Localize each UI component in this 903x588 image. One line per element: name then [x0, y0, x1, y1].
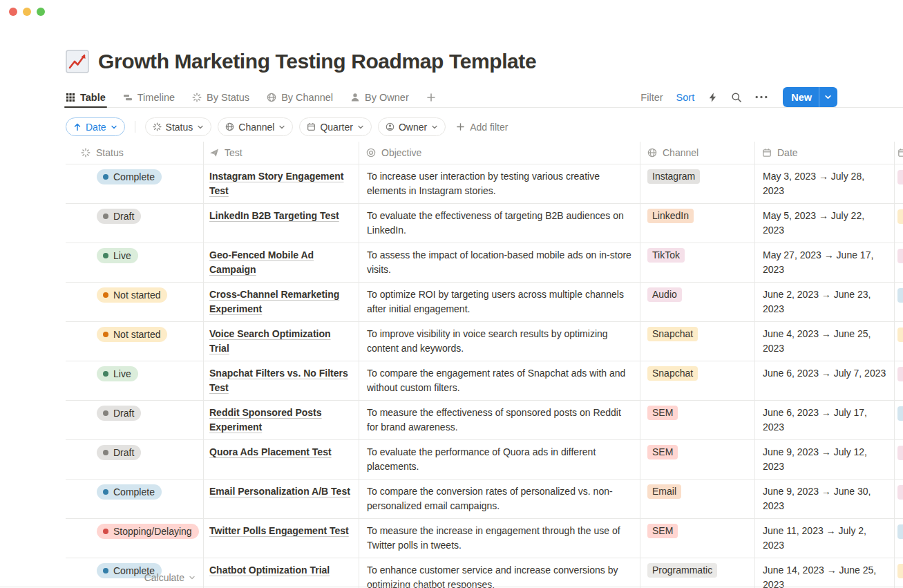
status-cell[interactable]: Draft	[66, 440, 204, 479]
table-row[interactable]: Draft Reddit Sponsored Posts Experiment …	[66, 401, 903, 440]
test-title-link[interactable]: LinkedIn B2B Targeting Test	[209, 210, 339, 221]
objective-cell[interactable]: To compare the conversion rates of perso…	[359, 480, 640, 518]
tab-by-status[interactable]: By Status	[192, 87, 249, 107]
quarter-cell-cutoff[interactable]	[895, 440, 903, 479]
tab-by-owner[interactable]: By Owner	[350, 87, 409, 107]
quarter-cell-cutoff[interactable]	[895, 283, 903, 321]
sort-button[interactable]: Sort	[676, 92, 695, 103]
test-title-link[interactable]: Quora Ads Placement Test	[209, 446, 332, 457]
channel-cell[interactable]: Snapchat	[640, 361, 755, 400]
test-cell[interactable]: Instagram Story Engagement Test	[204, 164, 359, 203]
column-header-channel[interactable]: Date Channel	[640, 142, 755, 164]
status-badge[interactable]: Live	[97, 248, 138, 263]
channel-cell[interactable]: Instagram	[640, 164, 755, 203]
status-cell[interactable]: Complete	[66, 164, 204, 203]
objective-cell[interactable]: To improve visibility in voice search re…	[359, 322, 640, 361]
test-cell[interactable]: Voice Search Optimization Trial	[204, 322, 359, 361]
test-cell[interactable]: Cross-Channel Remarketing Experiment	[204, 283, 359, 321]
column-header-date[interactable]: Date	[755, 142, 895, 164]
new-dropdown-button[interactable]	[819, 93, 837, 101]
column-header-test[interactable]: Test	[204, 142, 359, 164]
lightning-button[interactable]	[707, 92, 718, 103]
quarter-cell-cutoff[interactable]	[895, 322, 903, 361]
window-minimize-button[interactable]	[23, 8, 31, 16]
tab-timeline[interactable]: Timeline	[123, 87, 175, 107]
status-badge[interactable]: Live	[97, 366, 138, 381]
status-badge[interactable]: Not started	[97, 287, 167, 303]
quarter-cell-cutoff[interactable]	[895, 243, 903, 282]
column-header-objective[interactable]: Objective	[359, 142, 640, 164]
channel-tag[interactable]: SEM	[647, 524, 678, 538]
quarter-cell-cutoff[interactable]	[895, 519, 903, 558]
quarter-cell-cutoff[interactable]	[895, 401, 903, 439]
status-cell[interactable]: Not started	[66, 322, 204, 361]
test-cell[interactable]: Quora Ads Placement Test	[204, 440, 359, 479]
test-title-link[interactable]: Email Personalization A/B Test	[209, 486, 350, 497]
date-cell[interactable]: May 27, 2023 → June 17, 2023	[755, 243, 895, 282]
status-cell[interactable]: Draft	[66, 204, 204, 243]
status-badge[interactable]: Complete	[97, 484, 162, 500]
window-zoom-button[interactable]	[37, 8, 45, 16]
table-row[interactable]: Draft LinkedIn B2B Targeting Test To eva…	[66, 204, 903, 243]
channel-tag[interactable]: LinkedIn	[647, 209, 694, 223]
objective-cell[interactable]: To increase user interaction by testing …	[359, 164, 640, 203]
objective-cell[interactable]: To compare the engagement rates of Snapc…	[359, 361, 640, 400]
date-cell[interactable]: June 11, 2023 → July 2, 2023	[755, 519, 895, 558]
table-row[interactable]: Live Snapchat Filters vs. No Filters Tes…	[66, 361, 903, 401]
objective-cell[interactable]: To evaluate the performance of Quora ads…	[359, 440, 640, 479]
status-cell[interactable]: Complete	[66, 480, 204, 518]
channel-cell[interactable]: SEM	[640, 519, 755, 558]
window-close-button[interactable]	[9, 8, 17, 16]
channel-tag[interactable]: TikTok	[647, 248, 685, 263]
new-button[interactable]: New	[783, 87, 837, 107]
test-title-link[interactable]: Twitter Polls Engagement Test	[209, 525, 349, 536]
channel-tag[interactable]: Snapchat	[647, 366, 698, 381]
test-title-link[interactable]: Geo-Fenced Mobile Ad Campaign	[209, 249, 314, 275]
table-row[interactable]: Not started Voice Search Optimization Tr…	[66, 322, 903, 361]
date-cell[interactable]: May 5, 2023 → July 22, 2023	[755, 204, 895, 243]
status-badge[interactable]: Stopping/Delaying	[97, 524, 199, 539]
add-view-button[interactable]	[426, 87, 436, 107]
channel-cell[interactable]: SEM	[640, 401, 755, 439]
filter-chip-owner[interactable]: Owner	[378, 117, 446, 136]
test-cell[interactable]: Email Personalization A/B Test	[204, 480, 359, 518]
date-cell[interactable]: May 3, 2023 → July 28, 2023	[755, 164, 895, 203]
channel-cell[interactable]: Snapchat	[640, 322, 755, 361]
quarter-cell-cutoff[interactable]	[895, 480, 903, 518]
table-row[interactable]: Complete Instagram Story Engagement Test…	[66, 164, 903, 204]
objective-cell[interactable]: To evaluate the effectiveness of targeti…	[359, 204, 640, 243]
status-cell[interactable]: Stopping/Delaying	[66, 519, 204, 558]
sort-chip-date[interactable]: Date	[66, 117, 125, 136]
add-filter-button[interactable]: Add filter	[456, 122, 508, 133]
status-badge[interactable]: Complete	[97, 169, 162, 184]
status-badge[interactable]: Draft	[97, 209, 141, 224]
test-title-link[interactable]: Cross-Channel Remarketing Experiment	[209, 289, 339, 314]
test-cell[interactable]: LinkedIn B2B Targeting Test	[204, 204, 359, 243]
status-cell[interactable]: Live	[66, 243, 204, 282]
status-badge[interactable]: Not started	[97, 327, 167, 342]
table-row[interactable]: Draft Quora Ads Placement Test To evalua…	[66, 440, 903, 480]
test-title-link[interactable]: Instagram Story Engagement Test	[209, 171, 344, 196]
date-cell[interactable]: June 4, 2023 → June 25, 2023	[755, 322, 895, 361]
quarter-cell-cutoff[interactable]	[895, 361, 903, 400]
table-row[interactable]: Stopping/Delaying Twitter Polls Engageme…	[66, 519, 903, 558]
channel-cell[interactable]: SEM	[640, 440, 755, 479]
objective-cell[interactable]: To measure the increase in engagement th…	[359, 519, 640, 558]
test-cell[interactable]: Geo-Fenced Mobile Ad Campaign	[204, 243, 359, 282]
channel-tag[interactable]: Audio	[647, 287, 682, 302]
status-cell[interactable]: Live	[66, 361, 204, 400]
filter-button[interactable]: Filter	[640, 92, 663, 103]
column-header-quarter-cutoff[interactable]	[895, 142, 903, 164]
table-row[interactable]: Live Geo-Fenced Mobile Ad Campaign To as…	[66, 243, 903, 283]
channel-tag[interactable]: Instagram	[647, 169, 700, 184]
objective-cell[interactable]: To assess the impact of location-based m…	[359, 243, 640, 282]
tab-by-channel[interactable]: By Channel	[267, 87, 333, 107]
test-cell[interactable]: Reddit Sponsored Posts Experiment	[204, 401, 359, 439]
objective-cell[interactable]: To optimize ROI by targeting users acros…	[359, 283, 640, 321]
test-title-link[interactable]: Snapchat Filters vs. No Filters Test	[209, 368, 348, 393]
channel-cell[interactable]: TikTok	[640, 243, 755, 282]
search-button[interactable]	[731, 92, 742, 103]
tab-table[interactable]: Table	[66, 87, 106, 107]
channel-tag[interactable]: Snapchat	[647, 327, 698, 341]
table-row[interactable]: Not started Cross-Channel Remarketing Ex…	[66, 283, 903, 322]
